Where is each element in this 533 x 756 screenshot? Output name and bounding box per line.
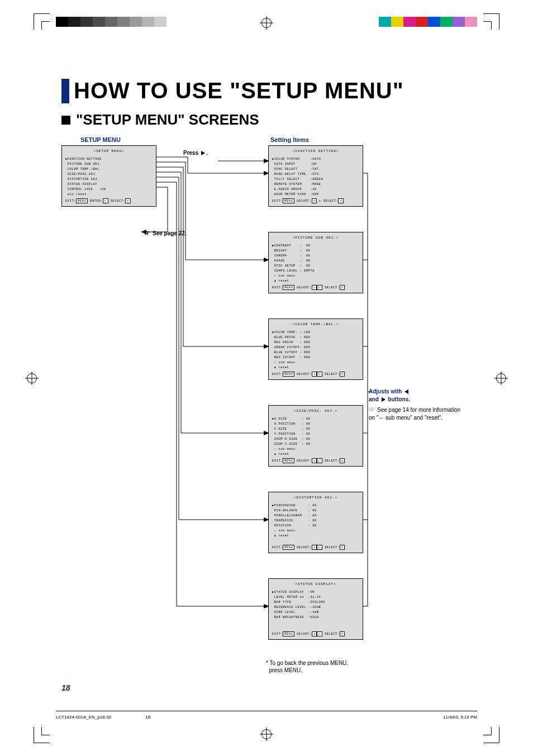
osd-body: ▶CONTRAST : 00 BRIGHT : 00 CHROMA : 00 P… <box>272 243 359 283</box>
adjust-note: Adjusts with and buttons. ☞See page 14 f… <box>369 388 461 422</box>
footnote-back-menu: * To go back the previous MENU, press ME… <box>266 659 348 674</box>
osd-title: <SIZE/POSI. ADJ.> <box>272 409 359 413</box>
osd-title: <SETUP MENU> <box>65 149 153 153</box>
osd-body: ▶H.SIZE : 00 H.POSITION : 00 V.SIZE : 00… <box>272 416 359 457</box>
osd-screen-2: <COLOR TEMP./BAL.>▶COLOR TEMP. : LOW BLU… <box>268 318 363 380</box>
osd-title: <STATUS DISPLAY> <box>272 582 359 586</box>
hand-pointer-icon: ☞ <box>369 406 375 413</box>
column-label-setting-items: Setting Items <box>270 136 309 143</box>
triangle-left-icon <box>404 389 408 394</box>
osd-footer: EXIT:MENU ADJUST:◁▷ SELECT:▽ <box>272 372 359 377</box>
hand-pointer-icon: ☞ <box>144 229 150 237</box>
osd-title: <PICTURE SUB ADJ.> <box>272 236 359 240</box>
column-label-setup-menu: SETUP MENU <box>80 136 121 143</box>
osd-title: <DISTORTION ADJ.> <box>272 496 359 500</box>
see-page-22: ☞See page 22. <box>144 229 187 237</box>
doc-footer-left: LCT1424-001A_EN_p18-32 <box>56 715 111 720</box>
osd-footer: EXIT:MENU ADJUST:◁▷ SELECT:▽ <box>272 545 359 550</box>
registration-target-icon <box>261 18 272 28</box>
doc-footer: LCT1424-001A_EN_p18-32 18 11/4/03, 5:12 … <box>56 711 477 722</box>
osd-body: ▶STATUS DISPLAY :ON LEVEL METER ch :31-2… <box>272 589 359 620</box>
osd-footer: EXIT:MENU ADJUST:◁▷ SELECT:▽ <box>272 631 359 636</box>
osd-screen-5: <STATUS DISPLAY>▶STATUS DISPLAY :ON LEVE… <box>268 578 363 640</box>
title-accent-bar <box>61 79 69 103</box>
osd-footer: EXIT:MENU ADJUST:◁▷ SELECT:▽ <box>272 458 359 463</box>
registration-target-icon <box>27 373 37 383</box>
press-right-label: Press . <box>183 150 208 156</box>
osd-screen-3: <SIZE/POSI. ADJ.>▶H.SIZE : 00 H.POSITION… <box>268 405 363 467</box>
printer-marks-top <box>0 6 533 39</box>
registration-target-icon <box>261 729 272 739</box>
osd-body: ▶PINCUSHION : 00 PIN.BALANCE : 00 PARALL… <box>272 503 359 538</box>
osd-footer: EXIT:MENU ADJUST:◁ ▷ SELECT:▽ <box>272 198 359 203</box>
osd-body: ▶COLOR SYSTEM :AUTO AUTO INPUT :ON SYNC … <box>272 156 359 197</box>
osd-screen-4: <DISTORTION ADJ.>▶PINCUSHION : 00 PIN.BA… <box>268 492 363 553</box>
triangle-right-icon <box>382 397 386 402</box>
doc-footer-center: 18 <box>145 715 150 720</box>
osd-footer: EXIT:MENU ADJUST:◁▷ SELECT:▽ <box>272 285 359 290</box>
osd-body: ▶COLOR TEMP. : LOW BLUE DRIVE : 000 RED … <box>272 330 359 370</box>
section-bullet-icon <box>61 116 70 125</box>
triangle-right-icon <box>201 151 205 155</box>
osd-screen-1: <PICTURE SUB ADJ.>▶CONTRAST : 00 BRIGHT … <box>268 232 363 293</box>
osd-footer: EXIT:MENU ENTER:▷ SELECT:▽ <box>65 198 153 203</box>
osd-screen-0: <FUNCTION SETTING>▶COLOR SYSTEM :AUTO AU… <box>268 145 363 207</box>
osd-body: ▶FUNCTION SETTING PICTURE SUB ADJ. COLOR… <box>65 156 153 197</box>
osd-setup-menu: <SETUP MENU> ▶FUNCTION SETTING PICTURE S… <box>61 145 156 207</box>
osd-title: <FUNCTION SETTING> <box>272 149 359 153</box>
page-title: HOW TO USE "SETUP MENU" <box>74 78 404 103</box>
section-heading: "SETUP MENU" SCREENS <box>76 111 259 129</box>
registration-target-icon <box>496 373 506 383</box>
page-number: 18 <box>61 683 70 692</box>
osd-title: <COLOR TEMP./BAL.> <box>272 322 359 326</box>
doc-footer-right: 11/4/03, 5:12 PM <box>443 715 477 720</box>
